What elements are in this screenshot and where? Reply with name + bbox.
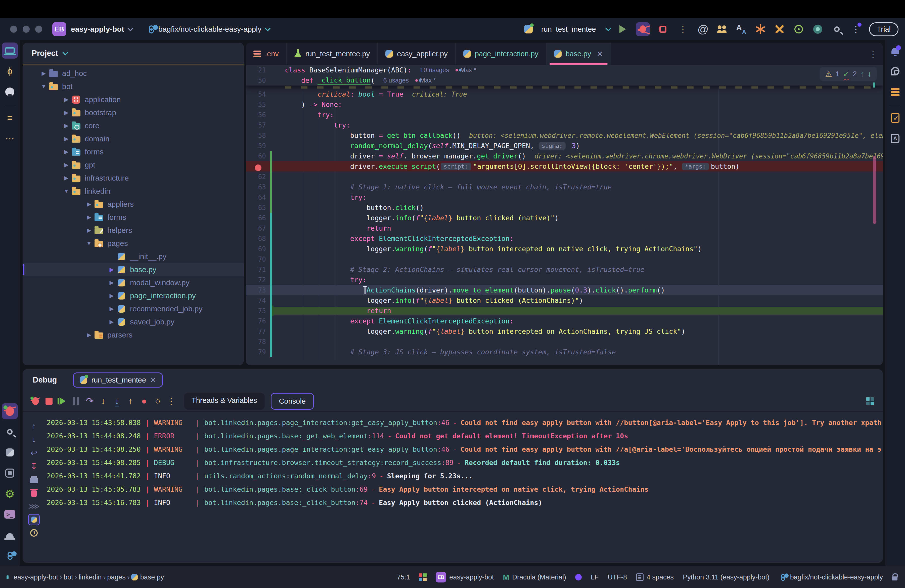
more-run-options-icon[interactable]: ⋮ xyxy=(676,22,690,36)
line-number[interactable]: 69 xyxy=(246,245,270,253)
breadcrumb-item[interactable]: easy-apply-bot xyxy=(14,574,58,581)
close-session-icon[interactable]: ✕ xyxy=(150,376,156,384)
tab-options-icon[interactable]: ⋮ xyxy=(869,49,877,59)
tree-item-domain[interactable]: ▶domain xyxy=(23,132,244,145)
github-icon[interactable] xyxy=(2,84,18,100)
tree-item-linkedin[interactable]: ▼linkedin xyxy=(23,184,244,198)
line-number[interactable]: 58 xyxy=(246,132,270,139)
problems-icon[interactable] xyxy=(2,527,18,543)
project-icon[interactable] xyxy=(2,43,18,59)
line-number[interactable]: 76 xyxy=(246,317,270,325)
tree-item-modal_window.py[interactable]: ▶modal_window.py xyxy=(23,276,244,289)
usages-hint[interactable]: 10 usages xyxy=(420,67,449,74)
debug-console[interactable]: ↑↓↩↧⋙ 2026-03-13 15:43:58.038|WARNING|bo… xyxy=(23,412,883,563)
line-number[interactable]: 54 xyxy=(246,91,270,98)
rerun-debug-icon[interactable] xyxy=(29,394,42,408)
step-out-icon[interactable]: ↑ xyxy=(124,394,137,408)
project-header[interactable]: Project xyxy=(23,43,244,64)
history-icon[interactable] xyxy=(27,526,41,539)
notifications-icon[interactable] xyxy=(887,43,903,59)
expand-icon[interactable]: ▶ xyxy=(62,162,71,168)
expand-icon[interactable]: ▶ xyxy=(107,292,116,299)
breadcrumb-item[interactable]: base.py xyxy=(140,574,164,581)
breakpoint-icon[interactable]: 61 xyxy=(246,163,270,170)
tree-item-base.py[interactable]: ▶base.py xyxy=(23,263,244,276)
tree-item-recommended_job.py[interactable]: ▶recommended_job.py xyxy=(23,302,244,315)
breadcrumb-item[interactable]: linkedin xyxy=(79,574,102,581)
tab-page_interaction.py[interactable]: page_interaction.py xyxy=(456,43,546,65)
expand-icon[interactable]: ▶ xyxy=(62,110,71,116)
expand-icon[interactable]: ▶ xyxy=(62,149,71,155)
scroll-to-end-icon[interactable]: ↧ xyxy=(27,459,41,473)
line-number[interactable]: 78 xyxy=(246,338,270,346)
branch-widget[interactable]: bagfix/not-clickable-easy-apply xyxy=(147,25,269,33)
expand-icon[interactable]: ▶ xyxy=(62,135,71,142)
tree-item-bot[interactable]: ▼bot xyxy=(23,80,244,93)
file-encoding[interactable]: UTF-8 xyxy=(608,574,627,581)
expand-icon[interactable]: ▶ xyxy=(84,201,94,208)
project-widget[interactable]: easy-apply-bot xyxy=(71,25,124,33)
git-branch-status[interactable]: bagfix/not-clickable-easy-apply xyxy=(778,573,883,582)
tab-easy_applier.py[interactable]: easy_applier.py xyxy=(378,43,456,65)
commit-icon[interactable]: ϕ xyxy=(2,63,18,79)
line-number[interactable]: 75 xyxy=(246,307,270,315)
breadcrumb-item[interactable]: bot xyxy=(64,574,73,581)
debug-session-tab[interactable]: run_test_mentee ✕ xyxy=(73,372,163,388)
expand-icon[interactable]: ▶ xyxy=(62,96,71,103)
breadcrumb-item[interactable]: pages xyxy=(107,574,126,581)
tree-item-__init__.py[interactable]: __init__.py xyxy=(23,250,244,263)
atom-icon[interactable] xyxy=(792,22,806,36)
line-number[interactable]: 68 xyxy=(246,235,270,242)
documentation-icon[interactable]: A xyxy=(887,130,903,147)
line-number[interactable]: 55 xyxy=(246,101,270,108)
ai-assistant-icon[interactable]: @ xyxy=(696,22,710,36)
tree-item-gpt[interactable]: ▶gpt xyxy=(23,159,244,172)
tree-item-infrastructure[interactable]: ▶infrastructure xyxy=(23,172,244,184)
line-number[interactable]: 71 xyxy=(246,266,270,273)
usages-hint[interactable]: 6 usages xyxy=(383,77,409,84)
trial-badge[interactable]: Trial xyxy=(869,22,899,36)
line-number[interactable]: 63 xyxy=(246,183,270,191)
expand-icon[interactable]: ▶ xyxy=(107,319,116,325)
database-icon[interactable] xyxy=(887,84,903,100)
search-icon[interactable] xyxy=(2,424,18,440)
lock-icon[interactable] xyxy=(892,577,897,580)
more-horizontal-icon[interactable]: ⋯ xyxy=(2,130,18,147)
tab-base.py[interactable]: base.py✕ xyxy=(546,43,611,65)
more-icon[interactable]: ⋮ xyxy=(164,394,178,408)
soft-wrap-icon[interactable]: ↩ xyxy=(27,446,41,459)
tree-item-core[interactable]: ▶core xyxy=(23,119,244,132)
line-number[interactable]: 57 xyxy=(246,121,270,129)
inspection-widget[interactable]: ⚠1 ✓2 ↑ ↓ xyxy=(820,67,877,81)
run-button[interactable] xyxy=(616,22,630,36)
recorder-icon[interactable] xyxy=(811,22,825,36)
print-icon[interactable] xyxy=(27,473,41,486)
line-number[interactable]: 70 xyxy=(246,256,270,263)
collapse-icon[interactable]: ▼ xyxy=(39,83,49,90)
line-number[interactable]: 79 xyxy=(246,348,270,356)
editor-scrollbar[interactable] xyxy=(873,156,876,224)
tree-item-application[interactable]: ▶application xyxy=(23,93,244,106)
settings-menu-icon[interactable]: ⋮ xyxy=(849,22,863,36)
line-number[interactable]: 60 xyxy=(246,153,270,160)
indent-setting[interactable]: 4 spaces xyxy=(636,574,674,581)
tab-run_test_mentee.py[interactable]: run_test_mentee.py xyxy=(287,43,378,65)
code-editor[interactable]: 54 critical: bool = Truecritical: True55… xyxy=(246,89,883,357)
expand-icon[interactable]: ▶ xyxy=(107,305,116,312)
tree-item-bootstrap[interactable]: ▶bootstrap xyxy=(23,106,244,119)
view-tab-console[interactable]: Console xyxy=(271,393,314,410)
resume-icon[interactable] xyxy=(56,394,69,408)
close-tab-icon[interactable]: ✕ xyxy=(597,49,603,58)
line-number[interactable]: 72 xyxy=(246,276,270,284)
tree-item-pages[interactable]: ▼pages xyxy=(23,237,244,250)
stop-button[interactable] xyxy=(656,22,670,36)
collapse-icon[interactable]: ▼ xyxy=(84,240,94,247)
translate-icon[interactable] xyxy=(734,22,748,36)
mute-breakpoints-icon[interactable]: ● xyxy=(137,394,151,408)
tree-item-page_interaction.py[interactable]: ▶page_interaction.py xyxy=(23,289,244,302)
version-control-icon[interactable] xyxy=(2,548,18,564)
pause-icon[interactable] xyxy=(69,394,83,408)
view-tab-threads-variables[interactable]: Threads & Variables xyxy=(184,393,265,410)
python-console-icon[interactable] xyxy=(27,513,41,526)
expand-icon[interactable]: ▶ xyxy=(62,122,71,129)
